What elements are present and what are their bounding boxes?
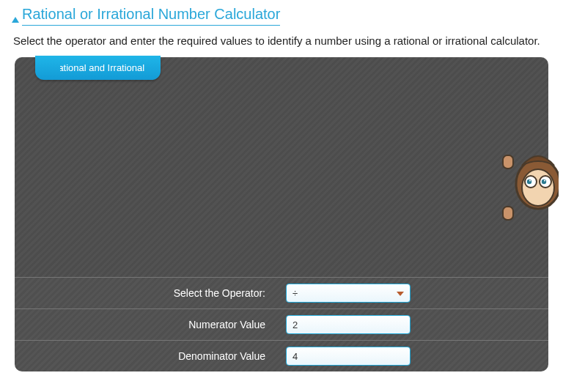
operator-select[interactable]: ÷ (286, 284, 411, 303)
numerator-label: Numerator Value (22, 319, 286, 330)
numerator-input[interactable] (286, 315, 411, 334)
tab-rational-irrational[interactable]: Rational and Irrational (35, 56, 161, 80)
row-numerator: Numerator Value (15, 309, 548, 341)
page-title: Rational or Irrational Number Calculator (22, 6, 280, 26)
mascot-icon (501, 144, 559, 227)
operator-label: Select the Operator: (22, 287, 286, 299)
svg-point-9 (544, 180, 545, 181)
denominator-label: Denominator Value (22, 350, 286, 362)
svg-point-6 (527, 180, 531, 184)
row-denominator: Denominator Value (15, 341, 548, 371)
page-title-row: Rational or Irrational Number Calculator (12, 6, 551, 26)
denominator-input[interactable] (286, 347, 411, 366)
svg-rect-1 (503, 207, 513, 220)
svg-point-8 (529, 180, 531, 181)
svg-rect-0 (503, 155, 513, 169)
title-caret-icon (12, 17, 19, 23)
row-operator: Select the Operator: ÷ (15, 278, 548, 309)
svg-point-7 (542, 180, 546, 184)
calculator-panel: Select the Operator: ÷ Numerator Value (15, 57, 548, 371)
calculator-form: Select the Operator: ÷ Numerator Value (15, 277, 548, 371)
svg-point-3 (522, 169, 554, 206)
page-description: Select the operator and enter the requir… (13, 33, 550, 48)
calculator-display (15, 57, 548, 277)
